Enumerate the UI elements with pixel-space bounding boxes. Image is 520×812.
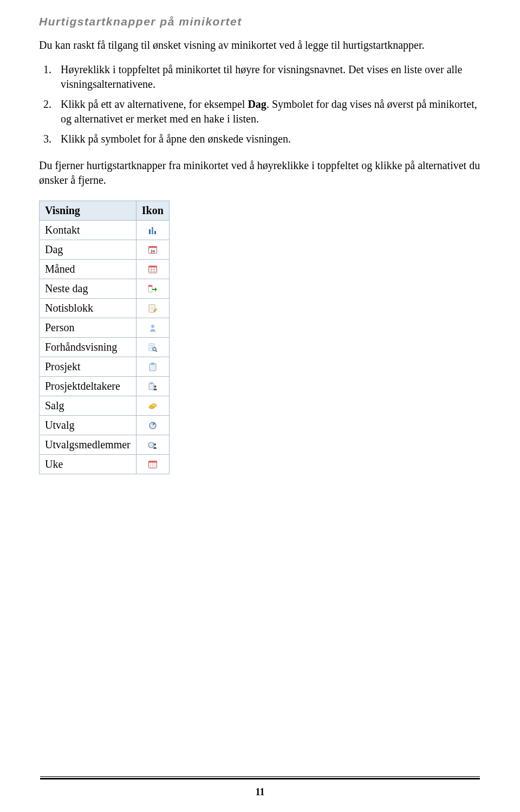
row-label: Kontakt <box>40 221 136 240</box>
table-row: Utvalgsmedlemmer <box>40 435 170 455</box>
row-label: Salg <box>40 396 136 416</box>
notisblokk-icon <box>136 299 169 318</box>
table-row: Utvalg <box>40 416 170 435</box>
row-label: Notisblokk <box>40 299 136 318</box>
table-row: Kontakt <box>40 221 170 240</box>
utvalgsmedlemmer-icon <box>136 435 169 455</box>
page-number: 11 <box>0 787 520 798</box>
step-item: Klikk på ett av alternativene, for eksem… <box>58 97 481 126</box>
row-label: Prosjekt <box>40 357 136 377</box>
table-row: Forhåndsvisning <box>40 338 170 357</box>
svg-point-29 <box>154 385 156 388</box>
svg-rect-27 <box>149 383 154 390</box>
step-item: Høyreklikk i toppfeltet på minikortet ti… <box>58 62 481 92</box>
table-row: Prosjekt <box>40 357 170 377</box>
maned-icon <box>136 260 169 279</box>
table-row: Dag 24 <box>40 240 170 260</box>
prosjektdeltakere-icon <box>136 377 169 396</box>
after-list-paragraph: Du fjerner hurtigstartknapper fra miniko… <box>39 158 481 188</box>
visning-ikon-table: Visning Ikon Kontakt Dag 24 Måned Neste … <box>39 201 170 474</box>
svg-rect-0 <box>149 229 151 234</box>
th-visning: Visning <box>40 201 136 221</box>
step-item: Klikk på symbolet for å åpne den ønskede… <box>58 132 481 146</box>
steps-list: Høyreklikk i toppfeltet på minikortet ti… <box>58 62 481 146</box>
table-row: Neste dag <box>40 279 170 299</box>
svg-rect-26 <box>151 363 154 364</box>
svg-line-24 <box>155 350 157 352</box>
row-label: Neste dag <box>40 279 136 299</box>
intro-paragraph: Du kan raskt få tilgang til ønsket visni… <box>39 38 481 53</box>
prosjekt-icon <box>136 357 169 377</box>
person-icon <box>136 318 169 338</box>
row-label: Dag <box>40 240 136 260</box>
dag-icon: 24 <box>136 240 169 260</box>
utvalg-icon <box>136 416 169 435</box>
salg-icon <box>136 396 169 416</box>
svg-point-18 <box>151 325 154 328</box>
th-ikon: Ikon <box>136 201 169 221</box>
svg-rect-13 <box>148 285 152 287</box>
kontakt-icon <box>136 221 169 240</box>
section-heading: Hurtigstartknapper på minikortet <box>39 15 481 28</box>
table-row: Salg <box>40 396 170 416</box>
uke-icon <box>136 455 169 474</box>
table-row: Person <box>40 318 170 338</box>
row-label: Utvalgsmedlemmer <box>40 435 136 455</box>
svg-rect-36 <box>148 461 157 462</box>
table-row: Prosjektdeltakere <box>40 377 170 396</box>
svg-point-33 <box>148 442 154 448</box>
svg-rect-4 <box>148 246 157 248</box>
svg-rect-7 <box>148 266 157 267</box>
forhandsvisning-icon <box>136 338 169 357</box>
svg-text:24: 24 <box>151 249 155 253</box>
table-body: Kontakt Dag 24 Måned Neste dag Notisblok… <box>40 221 170 474</box>
row-label: Måned <box>40 260 136 279</box>
table-row: Uke <box>40 455 170 474</box>
row-label: Forhåndsvisning <box>40 338 136 357</box>
svg-rect-2 <box>154 231 156 234</box>
footer-rule <box>40 776 480 779</box>
svg-point-31 <box>151 404 157 407</box>
svg-rect-28 <box>150 382 152 384</box>
svg-point-34 <box>154 443 156 446</box>
row-label: Person <box>40 318 136 338</box>
table-row: Måned <box>40 260 170 279</box>
row-label: Prosjektdeltakere <box>40 377 136 396</box>
svg-rect-1 <box>152 227 153 234</box>
row-label: Uke <box>40 455 136 474</box>
table-row: Notisblokk <box>40 299 170 318</box>
neste-dag-icon <box>136 279 169 299</box>
row-label: Utvalg <box>40 416 136 435</box>
